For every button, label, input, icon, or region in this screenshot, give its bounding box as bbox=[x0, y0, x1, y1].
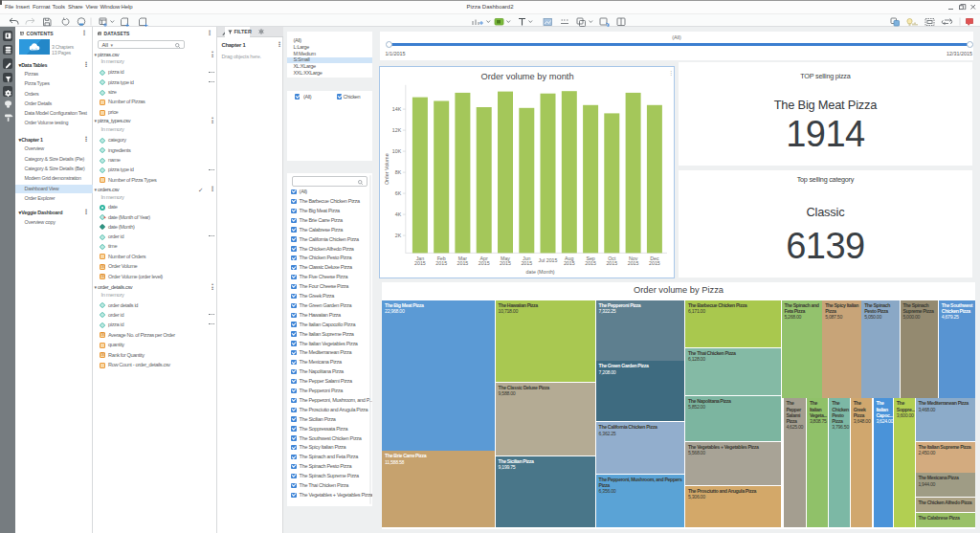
svg-text:2015: 2015 bbox=[607, 260, 618, 266]
svg-text:Order volume by month: Order volume by month bbox=[481, 72, 574, 81]
svg-text:⋮: ⋮ bbox=[668, 70, 674, 76]
svg-text:2015: 2015 bbox=[586, 260, 597, 266]
svg-text:date (Month): date (Month) bbox=[526, 269, 555, 275]
svg-text:12K: 12K bbox=[392, 127, 402, 133]
svg-text:10K: 10K bbox=[392, 148, 402, 154]
svg-text:2015: 2015 bbox=[628, 260, 639, 266]
svg-text:2K: 2K bbox=[395, 233, 402, 238]
svg-text:6K: 6K bbox=[395, 190, 402, 196]
svg-text:2015: 2015 bbox=[649, 260, 660, 266]
svg-text:2015: 2015 bbox=[414, 260, 426, 266]
svg-text:2015: 2015 bbox=[457, 260, 469, 266]
svg-text:2015: 2015 bbox=[564, 260, 575, 266]
svg-text:8K: 8K bbox=[395, 169, 402, 175]
svg-text:Jul 2015: Jul 2015 bbox=[539, 257, 558, 263]
svg-text:2015: 2015 bbox=[522, 260, 533, 266]
svg-text:4K: 4K bbox=[395, 211, 402, 217]
svg-text:2015: 2015 bbox=[500, 260, 511, 266]
svg-text:Order Volume: Order Volume bbox=[384, 153, 390, 185]
svg-text:14K: 14K bbox=[392, 106, 402, 112]
svg-text:2015: 2015 bbox=[436, 260, 448, 266]
svg-text:2015: 2015 bbox=[479, 260, 490, 266]
